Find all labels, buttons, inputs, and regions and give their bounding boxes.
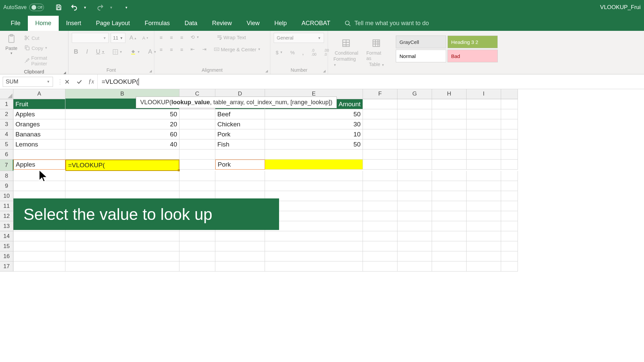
align-top-icon[interactable]: ≡ bbox=[158, 33, 165, 42]
format-painter-button[interactable]: Format Painter bbox=[22, 54, 65, 68]
cell-result[interactable] bbox=[265, 160, 363, 170]
increase-font-icon[interactable]: A▴ bbox=[127, 33, 138, 43]
select-all-corner[interactable] bbox=[0, 89, 13, 99]
row-header[interactable]: 1 bbox=[0, 99, 13, 109]
cell[interactable]: Lemons bbox=[13, 139, 65, 149]
italic-button[interactable]: I bbox=[84, 47, 90, 57]
formula-input[interactable]: =VLOOKUP( bbox=[97, 74, 644, 89]
style-heading[interactable]: Heading 3 2 bbox=[447, 36, 498, 48]
cell[interactable]: Fish bbox=[215, 139, 265, 149]
increase-decimal-icon[interactable]: .0.00 bbox=[309, 47, 318, 58]
style-normal[interactable]: Normal bbox=[396, 50, 446, 62]
row-header[interactable]: 14 bbox=[0, 231, 13, 241]
cell[interactable]: 20 bbox=[65, 119, 179, 129]
enter-formula-icon[interactable] bbox=[73, 76, 85, 88]
tab-home[interactable]: Home bbox=[28, 16, 59, 31]
tell-me-search[interactable]: Tell me what you want to do bbox=[338, 16, 436, 31]
cell-lookup-source[interactable]: Apples bbox=[13, 160, 65, 170]
tab-insert[interactable]: Insert bbox=[59, 16, 89, 31]
cell[interactable]: 40 bbox=[65, 139, 179, 149]
undo-dropdown-icon[interactable]: ▼ bbox=[80, 3, 90, 12]
style-bad[interactable]: Bad bbox=[447, 50, 498, 62]
cell[interactable]: 60 bbox=[65, 129, 179, 139]
cell[interactable]: Apples bbox=[13, 109, 65, 119]
tab-review[interactable]: Review bbox=[205, 16, 239, 31]
decrease-font-icon[interactable]: A▾ bbox=[140, 34, 150, 42]
col-header-a[interactable]: A bbox=[13, 89, 65, 99]
font-family-select[interactable]: ▼ bbox=[72, 33, 109, 43]
save-icon[interactable] bbox=[54, 3, 63, 12]
insert-function-icon[interactable]: ƒx bbox=[85, 76, 97, 88]
row-header[interactable]: 5 bbox=[0, 139, 13, 149]
format-as-table-button[interactable]: Format as Table ▼ bbox=[364, 38, 389, 67]
accounting-format-icon[interactable]: $ ▼ bbox=[274, 48, 285, 57]
tab-data[interactable]: Data bbox=[177, 16, 205, 31]
col-header-i[interactable]: I bbox=[467, 89, 501, 99]
launcher-icon[interactable]: ◢ bbox=[149, 69, 152, 73]
underline-button[interactable]: U ▼ bbox=[94, 47, 107, 57]
cell[interactable]: Beef bbox=[215, 109, 265, 119]
cell[interactable] bbox=[363, 109, 397, 119]
tab-help[interactable]: Help bbox=[267, 16, 294, 31]
borders-button[interactable]: ▼ bbox=[111, 48, 124, 56]
cell[interactable]: Bananas bbox=[13, 129, 65, 139]
cell[interactable] bbox=[363, 99, 397, 109]
row-header[interactable]: 17 bbox=[0, 261, 13, 272]
cell[interactable]: 50 bbox=[65, 109, 179, 119]
row-header[interactable]: 7 bbox=[0, 160, 13, 171]
row-header[interactable]: 16 bbox=[0, 251, 13, 261]
row-header[interactable]: 10 bbox=[0, 191, 13, 201]
cell[interactable]: Oranges bbox=[13, 119, 65, 129]
tab-acrobat[interactable]: ACROBAT bbox=[294, 16, 338, 31]
percent-format-icon[interactable]: % bbox=[288, 48, 297, 57]
col-header-f[interactable]: F bbox=[363, 89, 397, 99]
number-format-select[interactable]: General▼ bbox=[274, 33, 324, 43]
cancel-formula-icon[interactable] bbox=[61, 76, 73, 88]
col-header-g[interactable]: G bbox=[397, 89, 432, 99]
autosave-toggle[interactable]: AutoSave Off bbox=[3, 4, 44, 11]
paste-button[interactable]: Paste ▼ bbox=[3, 33, 19, 68]
decrease-indent-icon[interactable]: ⇤ bbox=[189, 45, 197, 54]
redo-icon[interactable] bbox=[96, 3, 105, 12]
cell[interactable]: 50 bbox=[265, 109, 363, 119]
cell[interactable] bbox=[179, 109, 215, 119]
cell[interactable] bbox=[432, 99, 467, 109]
undo-icon[interactable] bbox=[69, 3, 79, 12]
comma-format-icon[interactable]: , bbox=[300, 47, 306, 58]
cell[interactable]: Chicken bbox=[215, 119, 265, 129]
tab-file[interactable]: File bbox=[3, 16, 28, 31]
row-header[interactable]: 9 bbox=[0, 181, 13, 191]
cell[interactable]: Pork bbox=[215, 129, 265, 139]
launcher-icon[interactable]: ◢ bbox=[323, 69, 326, 73]
col-header-h[interactable]: H bbox=[432, 89, 467, 99]
row-header[interactable]: 8 bbox=[0, 171, 13, 181]
cell[interactable]: Pork bbox=[215, 160, 265, 170]
align-center-icon[interactable]: ≡ bbox=[168, 45, 175, 54]
tab-formulas[interactable]: Formulas bbox=[137, 16, 177, 31]
cell[interactable] bbox=[397, 99, 432, 109]
row-header[interactable]: 4 bbox=[0, 129, 13, 139]
align-bottom-icon[interactable]: ≡ bbox=[178, 33, 185, 42]
row-header[interactable]: 6 bbox=[0, 149, 13, 160]
cell[interactable] bbox=[501, 99, 518, 109]
cell[interactable]: 50 bbox=[265, 139, 363, 149]
row-header[interactable]: 13 bbox=[0, 221, 13, 231]
font-size-select[interactable]: 11▼ bbox=[111, 33, 125, 43]
fill-color-button[interactable]: ▼ bbox=[128, 48, 142, 56]
qat-customize-icon[interactable]: ▾ bbox=[122, 3, 131, 12]
align-left-icon[interactable]: ≡ bbox=[158, 45, 165, 54]
increase-indent-icon[interactable]: ⇥ bbox=[200, 45, 209, 54]
tab-page-layout[interactable]: Page Layout bbox=[89, 16, 137, 31]
row-header[interactable]: 11 bbox=[0, 201, 13, 211]
row-header[interactable]: 15 bbox=[0, 241, 13, 251]
cut-button[interactable]: Cut bbox=[22, 34, 65, 42]
launcher-icon[interactable]: ◢ bbox=[63, 71, 66, 74]
col-header-j[interactable] bbox=[501, 89, 518, 99]
row-header[interactable]: 2 bbox=[0, 109, 13, 119]
cell[interactable]: 10 bbox=[265, 129, 363, 139]
name-box[interactable]: SUM ▼ bbox=[3, 77, 53, 87]
copy-button[interactable]: Copy ▼ bbox=[22, 44, 65, 52]
orientation-icon[interactable]: ⟲ ▼ bbox=[189, 33, 201, 42]
redo-dropdown-icon[interactable]: ▼ bbox=[106, 3, 116, 12]
cell[interactable] bbox=[467, 99, 501, 109]
